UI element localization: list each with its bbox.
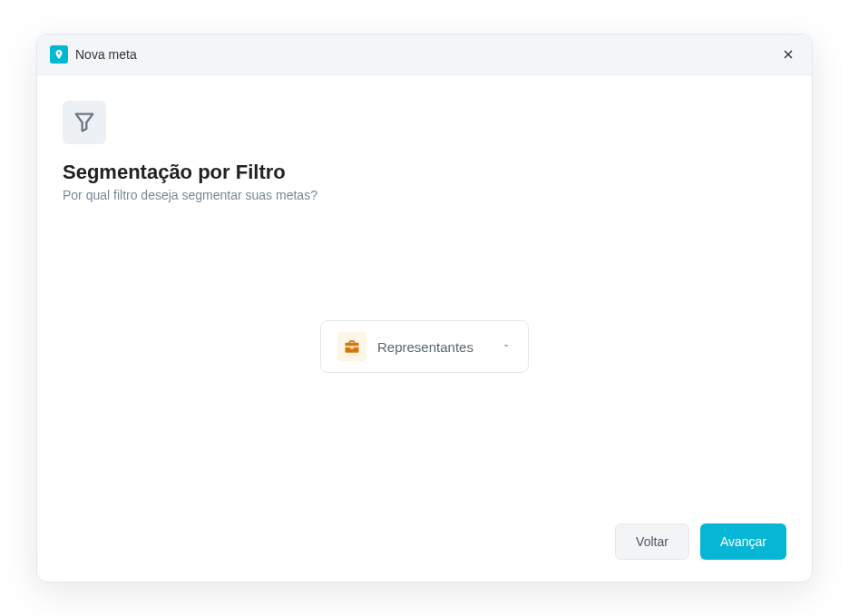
page-subheading: Por qual filtro deseja segmentar suas me… [63, 188, 786, 202]
modal-header-left: Nova meta [50, 45, 137, 64]
modal-title: Nova meta [75, 47, 137, 62]
modal-header: Nova meta [37, 34, 812, 75]
filter-dropdown[interactable]: Representantes [320, 320, 529, 373]
close-button[interactable] [777, 44, 799, 65]
back-button[interactable]: Voltar [615, 523, 689, 560]
modal-footer: Voltar Avançar [37, 509, 812, 582]
dropdown-selected-label: Representantes [377, 339, 490, 355]
chevron-down-icon [501, 338, 512, 355]
page-heading: Segmentação por Filtro [63, 161, 786, 184]
location-pin-icon [54, 49, 64, 60]
briefcase-icon [343, 337, 361, 356]
dropdown-icon-box [337, 332, 366, 361]
filter-icon [72, 110, 97, 135]
modal-dialog: Nova meta Segmentação por Filtro Por qua… [36, 34, 813, 582]
modal-body: Segmentação por Filtro Por qual filtro d… [37, 75, 812, 509]
center-area: Representantes [63, 202, 786, 491]
app-icon [50, 45, 68, 64]
next-button[interactable]: Avançar [700, 523, 786, 560]
filter-icon-box [63, 101, 106, 144]
close-icon [781, 47, 795, 62]
